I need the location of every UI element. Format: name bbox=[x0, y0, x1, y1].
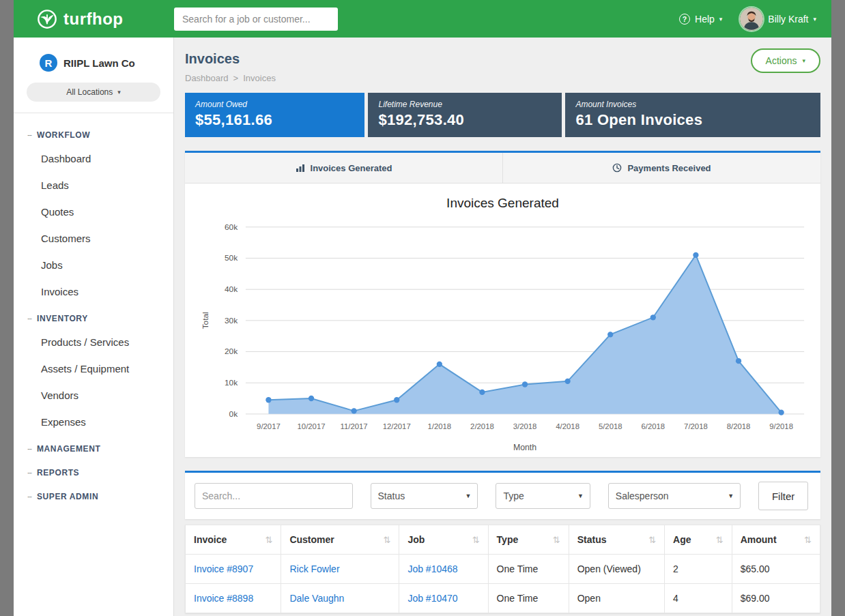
cell-status: Open bbox=[569, 584, 664, 613]
svg-text:9/2017: 9/2017 bbox=[257, 422, 281, 430]
sort-icon[interactable]: ⇅ bbox=[648, 535, 656, 545]
cell-invoice: Invoice #8907 bbox=[186, 555, 281, 584]
cell-customer: Dale Vaughn bbox=[281, 584, 399, 613]
stat-card-amount-invoices: Amount Invoices61 Open Invoices bbox=[565, 93, 820, 137]
svg-text:8/2018: 8/2018 bbox=[727, 422, 751, 430]
column-header-amount[interactable]: Amount⇅ bbox=[732, 525, 820, 555]
status-select-value: Status bbox=[378, 490, 405, 501]
column-header-type[interactable]: Type⇅ bbox=[488, 525, 569, 555]
svg-text:7/2018: 7/2018 bbox=[684, 422, 708, 430]
chevron-down-icon: ▾ bbox=[117, 89, 121, 96]
sidebar-item-vendors[interactable]: Vendors bbox=[14, 382, 173, 409]
sidebar-section-super-admin[interactable]: --SUPER ADMIN bbox=[14, 483, 173, 507]
chart-body: Invoices Generated 0k10k20k30k40k50k60k9… bbox=[185, 184, 820, 457]
tree-dash-icon: -- bbox=[27, 130, 31, 140]
column-label: Age bbox=[673, 534, 691, 545]
breadcrumb-invoices[interactable]: Invoices bbox=[243, 73, 276, 83]
cell-amount: $69.00 bbox=[732, 584, 820, 613]
actions-button[interactable]: Actions ▾ bbox=[751, 48, 820, 73]
sidebar-item-invoices[interactable]: Invoices bbox=[14, 278, 173, 305]
avatar bbox=[740, 8, 763, 31]
sidebar: R RIIPL Lawn Co All Locations ▾ --WORKFL… bbox=[14, 38, 174, 616]
job-link[interactable]: Job #10470 bbox=[407, 593, 457, 604]
svg-text:Total: Total bbox=[201, 312, 210, 329]
chart-card: Invoices Generated Payments Received Inv… bbox=[185, 151, 820, 457]
tab-payments-received[interactable]: Payments Received bbox=[502, 153, 820, 183]
svg-text:60k: 60k bbox=[225, 222, 238, 232]
sidebar-item-assets-equipment[interactable]: Assets / Equipment bbox=[14, 355, 173, 382]
column-header-job[interactable]: Job⇅ bbox=[399, 525, 488, 555]
tree-dash-icon: -- bbox=[27, 492, 31, 501]
column-label: Status bbox=[577, 534, 607, 545]
column-header-invoice[interactable]: Invoice⇅ bbox=[186, 525, 281, 555]
sidebar-item-customers[interactable]: Customers bbox=[14, 225, 173, 252]
global-search-input[interactable] bbox=[174, 8, 338, 31]
stat-label: Amount Invoices bbox=[575, 100, 810, 109]
stat-label: Lifetime Revenue bbox=[378, 100, 552, 109]
breadcrumb-dashboard[interactable]: Dashboard bbox=[185, 73, 229, 83]
location-selector[interactable]: All Locations ▾ bbox=[27, 83, 160, 102]
tab-invoices-generated[interactable]: Invoices Generated bbox=[185, 153, 502, 183]
table-search-input[interactable] bbox=[195, 483, 353, 509]
invoices-generated-chart: 0k10k20k30k40k50k60k9/201710/201711/2017… bbox=[193, 218, 812, 454]
breadcrumb: Dashboard > Invoices bbox=[185, 73, 276, 83]
svg-text:3/2018: 3/2018 bbox=[513, 422, 537, 430]
column-header-status[interactable]: Status⇅ bbox=[569, 525, 664, 555]
chevron-down-icon: ▾ bbox=[719, 16, 723, 23]
bar-chart-icon bbox=[296, 163, 305, 173]
column-header-age[interactable]: Age⇅ bbox=[665, 525, 732, 555]
svg-text:12/2017: 12/2017 bbox=[383, 422, 411, 430]
column-label: Type bbox=[497, 534, 519, 545]
svg-text:4/2018: 4/2018 bbox=[556, 422, 579, 430]
location-selector-label: All Locations bbox=[66, 87, 113, 97]
cell-invoice: Invoice #8898 bbox=[186, 584, 281, 613]
filter-button[interactable]: Filter bbox=[758, 482, 808, 510]
tab-label: Invoices Generated bbox=[311, 163, 392, 173]
sidebar-section-reports[interactable]: --REPORTS bbox=[14, 459, 173, 483]
invoice-link[interactable]: Invoice #8898 bbox=[194, 593, 253, 604]
job-link[interactable]: Job #10468 bbox=[407, 563, 457, 574]
help-icon: ? bbox=[679, 14, 690, 25]
user-menu[interactable]: Billy Kraft ▾ bbox=[740, 8, 816, 31]
sort-icon[interactable]: ⇅ bbox=[383, 535, 390, 545]
svg-text:50k: 50k bbox=[225, 253, 238, 263]
sidebar-item-leads[interactable]: Leads bbox=[14, 172, 173, 199]
sort-icon[interactable]: ⇅ bbox=[266, 535, 273, 545]
sidebar-section-label: MANAGEMENT bbox=[37, 444, 100, 454]
svg-text:20k: 20k bbox=[225, 347, 238, 356]
customer-link[interactable]: Rick Fowler bbox=[289, 563, 339, 574]
help-menu[interactable]: ? Help ▾ bbox=[679, 14, 722, 25]
sort-icon[interactable]: ⇅ bbox=[472, 535, 480, 545]
sidebar-item-products-services[interactable]: Products / Services bbox=[14, 329, 173, 355]
sidebar-item-quotes[interactable]: Quotes bbox=[14, 199, 173, 225]
sidebar-item-expenses[interactable]: Expenses bbox=[14, 409, 173, 435]
status-select[interactable]: Status ▼ bbox=[371, 483, 478, 509]
sort-icon[interactable]: ⇅ bbox=[804, 535, 812, 545]
sidebar-section-label: SUPER ADMIN bbox=[37, 492, 98, 501]
help-label: Help bbox=[695, 14, 715, 25]
svg-text:6/2018: 6/2018 bbox=[642, 422, 665, 430]
sort-icon[interactable]: ⇅ bbox=[716, 535, 724, 545]
type-select[interactable]: Type ▼ bbox=[496, 483, 590, 509]
tree-dash-icon: -- bbox=[27, 314, 31, 323]
brand[interactable]: turfhop bbox=[14, 9, 174, 29]
stat-label: Amount Owed bbox=[195, 100, 354, 109]
company-name: RIIPL Lawn Co bbox=[63, 57, 135, 69]
salesperson-select[interactable]: Salesperson ▼ bbox=[608, 483, 741, 509]
sidebar-item-jobs[interactable]: Jobs bbox=[14, 252, 173, 278]
sidebar-item-dashboard[interactable]: Dashboard bbox=[14, 145, 173, 172]
sidebar-section-inventory[interactable]: --INVENTORY bbox=[14, 305, 173, 329]
invoice-link[interactable]: Invoice #8907 bbox=[194, 563, 253, 574]
column-label: Job bbox=[407, 534, 425, 545]
svg-text:9/2018: 9/2018 bbox=[769, 422, 793, 430]
customer-link[interactable]: Dale Vaughn bbox=[289, 593, 344, 604]
chart-area: 0k10k20k30k40k50k60k9/201710/201711/2017… bbox=[193, 218, 812, 454]
sort-icon[interactable]: ⇅ bbox=[553, 535, 560, 545]
sidebar-section-workflow[interactable]: --WORKFLOW bbox=[14, 121, 173, 145]
actions-label: Actions bbox=[766, 55, 797, 66]
sidebar-section-management[interactable]: --MANAGEMENT bbox=[14, 435, 173, 459]
svg-text:11/2017: 11/2017 bbox=[341, 422, 368, 430]
column-header-customer[interactable]: Customer⇅ bbox=[281, 525, 399, 555]
svg-text:Month: Month bbox=[513, 443, 536, 452]
cell-status: Open (Viewed) bbox=[569, 555, 664, 584]
